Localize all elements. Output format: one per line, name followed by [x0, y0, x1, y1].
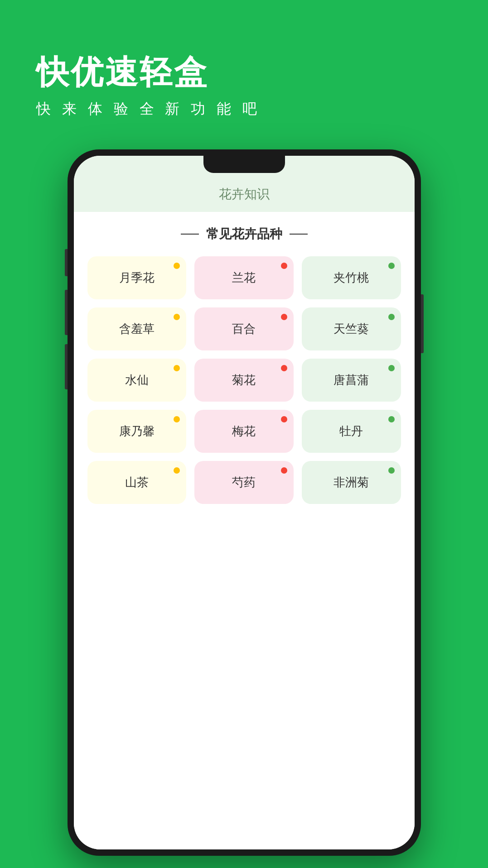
flower-card[interactable]: 唐菖蒲 [302, 359, 401, 402]
flower-card[interactable]: 康乃馨 [87, 410, 187, 453]
flower-grid: 月季花兰花夹竹桃含羞草百合天竺葵水仙菊花唐菖蒲康乃馨梅花牡丹山茶芍药非洲菊 [87, 256, 401, 504]
flower-dot [174, 365, 180, 371]
flower-name: 梅花 [232, 423, 256, 439]
flower-name: 天竺葵 [333, 321, 369, 337]
flower-card[interactable]: 梅花 [194, 410, 294, 453]
flower-dot [281, 365, 287, 371]
flower-dot [388, 365, 395, 371]
flower-card[interactable]: 夹竹桃 [302, 256, 401, 299]
phone-screen-title: 花卉知识 [74, 186, 415, 203]
flower-card[interactable]: 天竺葵 [302, 307, 401, 350]
flower-dot [281, 263, 287, 269]
phone-inner: 花卉知识 常见花卉品种 月季花兰花夹竹桃含羞草百合天竺葵水仙菊花唐菖蒲康乃馨梅花… [74, 156, 415, 849]
flower-dot [388, 263, 395, 269]
flower-name: 夹竹桃 [333, 270, 369, 286]
flower-card[interactable]: 兰花 [194, 256, 294, 299]
flower-dot [174, 263, 180, 269]
section-title: 常见花卉品种 [87, 225, 401, 243]
flower-name: 月季花 [119, 270, 155, 286]
flower-dot [174, 416, 180, 422]
app-subtitle: 快 来 体 验 全 新 功 能 吧 [36, 99, 261, 119]
flower-card[interactable]: 百合 [194, 307, 294, 350]
flower-name: 芍药 [232, 475, 256, 490]
flower-name: 兰花 [232, 270, 256, 286]
phone-header: 花卉知识 [74, 178, 415, 212]
flower-name: 水仙 [125, 372, 149, 388]
header-section: 快优速轻盒 快 来 体 验 全 新 功 能 吧 [36, 54, 261, 119]
flower-card[interactable]: 菊花 [194, 359, 294, 402]
flower-card[interactable]: 月季花 [87, 256, 187, 299]
phone-notch [203, 156, 285, 173]
flower-card[interactable]: 非洲菊 [302, 461, 401, 504]
flower-dot [388, 416, 395, 422]
app-title: 快优速轻盒 [36, 54, 261, 90]
phone-side-button-3 [65, 344, 68, 389]
flower-name: 非洲菊 [333, 475, 369, 490]
flower-name: 康乃馨 [119, 423, 155, 439]
flower-dot [388, 314, 395, 320]
flower-card[interactable]: 芍药 [194, 461, 294, 504]
flower-card[interactable]: 山茶 [87, 461, 187, 504]
phone-screen: 花卉知识 常见花卉品种 月季花兰花夹竹桃含羞草百合天竺葵水仙菊花唐菖蒲康乃馨梅花… [74, 156, 415, 849]
phone-content: 常见花卉品种 月季花兰花夹竹桃含羞草百合天竺葵水仙菊花唐菖蒲康乃馨梅花牡丹山茶芍… [74, 212, 415, 849]
phone-side-button-2 [65, 290, 68, 335]
flower-card[interactable]: 含羞草 [87, 307, 187, 350]
flower-dot [281, 467, 287, 474]
phone-mockup: 花卉知识 常见花卉品种 月季花兰花夹竹桃含羞草百合天竺葵水仙菊花唐菖蒲康乃馨梅花… [68, 149, 421, 856]
flower-card[interactable]: 牡丹 [302, 410, 401, 453]
flower-name: 含羞草 [119, 321, 155, 337]
background: 快优速轻盒 快 来 体 验 全 新 功 能 吧 花卉知识 常见花卉品种 [0, 0, 488, 868]
flower-name: 牡丹 [339, 423, 363, 439]
flower-card[interactable]: 水仙 [87, 359, 187, 402]
phone-side-button-right [421, 294, 424, 353]
flower-dot [174, 467, 180, 474]
flower-dot [281, 314, 287, 320]
flower-name: 唐菖蒲 [333, 372, 369, 388]
flower-dot [281, 416, 287, 422]
flower-dot [174, 314, 180, 320]
phone-side-button-1 [65, 249, 68, 276]
flower-name: 山茶 [125, 475, 149, 490]
flower-name: 百合 [232, 321, 256, 337]
flower-dot [388, 467, 395, 474]
flower-name: 菊花 [232, 372, 256, 388]
